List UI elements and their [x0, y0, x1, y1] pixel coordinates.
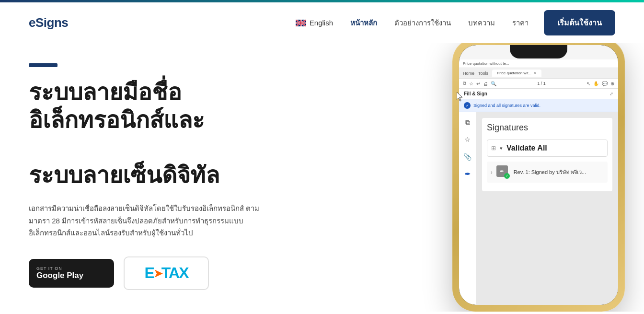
- signatures-title: Signatures: [487, 123, 608, 133]
- google-play-badge[interactable]: GET IT ON Google Play: [29, 259, 114, 288]
- pdf-main-area: Signatures ⊞ ▾ Validate All › ✒: [476, 112, 618, 305]
- left-tool-sign: ✒: [461, 168, 474, 180]
- tool-comment-icon: 💬: [602, 81, 608, 86]
- tool-cursor-icon: ↖: [586, 81, 590, 86]
- hero-section: ระบบลายมือชื่ออิเล็กทรอนิกส์และระบบลายเซ…: [0, 43, 644, 312]
- pdf-tools-bar: ⧉ ☆ ↩ 🖨 🔍 1 / 1 ↖ ✋ 💬 ⊕: [459, 79, 618, 89]
- pdf-signed-banner: ✓ Signed and all signatures are valid.: [459, 99, 618, 112]
- phone-outer-frame: Price quotation without te... Home Tools…: [452, 43, 625, 312]
- etax-badge[interactable]: E➤TAX: [124, 256, 209, 290]
- left-tool-attach: 📎: [461, 151, 474, 163]
- sig-entry-text: Rev. 1: Signed by บริษัท พจีเว...: [514, 168, 604, 176]
- tool-more-icon: ⊕: [610, 81, 614, 86]
- tool-arrow-icon: ↩: [476, 81, 480, 86]
- navbar: eSigns English หน้าหลัก ตัวอย่างการใช้งา…: [0, 2, 644, 43]
- validate-all-row[interactable]: ⊞ ▾ Validate All: [487, 140, 608, 157]
- pdf-url-bar: Price quotation without te...: [463, 61, 509, 66]
- signed-check-icon: ✓: [464, 102, 471, 109]
- google-play-store-name: Google Play: [36, 271, 83, 280]
- signed-banner-text: Signed and all signatures are valid.: [473, 103, 540, 108]
- fill-sign-expand-icon: ⤢: [610, 92, 613, 96]
- sig-valid-icon: ✓: [504, 173, 510, 179]
- etax-label: E➤TAX: [145, 264, 188, 282]
- nav-links: English หน้าหลัก ตัวอย่างการใช้งาน บทควา…: [296, 17, 529, 29]
- pdf-toolbar-top: Price quotation without te...: [459, 59, 618, 68]
- sig-expand-icon: ›: [491, 169, 493, 175]
- logo[interactable]: eSigns: [29, 15, 68, 30]
- tool-page-nav: 1 / 1: [537, 81, 546, 86]
- flag-icon: [296, 20, 306, 26]
- tool-bookmark-icon: ☆: [469, 81, 473, 86]
- sig-icon-wrapper: ✒ ✓: [496, 165, 510, 179]
- validate-dropdown-icon: ▾: [500, 145, 503, 151]
- tab-home: Home: [463, 71, 474, 76]
- hero-title: ระบบลายมือชื่ออิเล็กทรอนิกส์และระบบลายเซ…: [29, 79, 340, 189]
- tab-close-icon: ✕: [533, 71, 537, 75]
- pdf-fill-sign-bar: Fill & Sign ⤢: [459, 89, 618, 99]
- language-selector[interactable]: English: [296, 19, 333, 27]
- validate-grid-icon: ⊞: [491, 145, 496, 151]
- phone-inner-frame: Price quotation without te... Home Tools…: [459, 45, 618, 305]
- pdf-left-toolbar: ⧉ ☆ 📎 ✒: [459, 112, 476, 305]
- pdf-content-area: ⧉ ☆ 📎 ✒ Signatures ⊞ ▾: [459, 112, 618, 305]
- hero-accent-bar: [29, 63, 58, 67]
- phone-mockup: Price quotation without te... Home Tools…: [443, 43, 634, 312]
- nav-examples[interactable]: ตัวอย่างการใช้งาน: [394, 17, 451, 29]
- badges-row: GET IT ON Google Play E➤TAX: [29, 256, 340, 290]
- tab-active: Price quotation wit... ✕: [492, 70, 541, 77]
- nav-home[interactable]: หน้าหลัก: [350, 17, 377, 29]
- nav-pricing[interactable]: ราคา: [512, 17, 529, 29]
- nav-blog[interactable]: บทความ: [468, 17, 495, 29]
- fill-sign-title: Fill & Sign: [464, 91, 487, 96]
- tool-print-icon: 🖨: [483, 81, 488, 86]
- signatures-panel: Signatures ⊞ ▾ Validate All › ✒: [482, 118, 612, 191]
- phone-screen: Price quotation without te... Home Tools…: [459, 45, 618, 305]
- google-play-get-it: GET IT ON: [36, 266, 62, 271]
- tool-search-icon: 🔍: [491, 81, 496, 86]
- hero-description: เอกสารมีความน่าเชื่อถือลงลายเซ็นดิจิทัลโ…: [29, 202, 278, 239]
- language-label: English: [310, 19, 333, 27]
- hero-content: ระบบลายมือชื่ออิเล็กทรอนิกส์และระบบลายเซ…: [29, 58, 340, 312]
- signature-entry[interactable]: › ✒ ✓ Rev. 1: Signed by บริษัท พจีเว...: [487, 162, 608, 183]
- tool-pan-icon: ✋: [593, 81, 599, 86]
- tool-copy-icon: ⧉: [463, 81, 466, 86]
- left-tool-bookmark: ☆: [461, 133, 474, 146]
- left-tool-copy: ⧉: [461, 116, 474, 128]
- get-started-button[interactable]: เริ่มต้นใช้งาน: [544, 10, 615, 35]
- tab-tools: Tools: [478, 71, 488, 76]
- tab-active-label: Price quotation wit...: [497, 71, 531, 75]
- phone-notch: [510, 45, 567, 58]
- validate-all-label: Validate All: [506, 144, 547, 152]
- pdf-tab-bar: Home Tools Price quotation wit... ✕: [459, 68, 618, 79]
